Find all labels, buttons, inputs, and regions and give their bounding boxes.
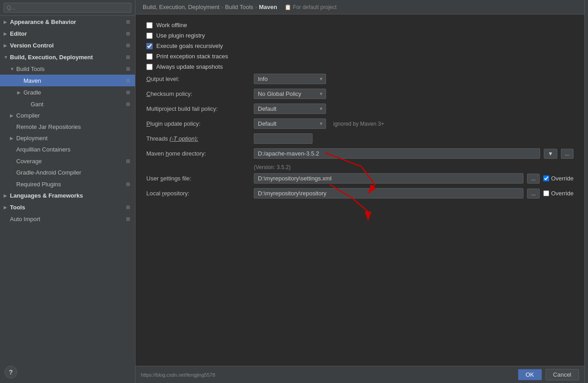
sidebar-item-gradle-android[interactable]: Gradle-Android Compiler [0,167,135,178]
local-repo-input[interactable] [254,188,523,199]
sidebar-item-editor[interactable]: ▶Editor⊞ [0,28,135,39]
content-wrapper: Build, Execution, Deployment › Build Too… [135,0,584,383]
sidebar-item-required-plugins[interactable]: Required Plugins⊞ [0,178,135,190]
tools-settings-icon: ⊞ [124,203,131,211]
settings-content: Work offlineUse plugin registryExecute g… [135,14,584,366]
local-repo-override-checkbox[interactable] [543,190,549,196]
sidebar-item-label-gant: Gant [31,101,124,108]
checkbox-label-work-offline: Work offline [156,22,187,28]
auto-import-settings-icon: ⊞ [124,215,131,222]
compiler-arrow-icon: ▶ [10,113,16,118]
output-level-select[interactable]: InfoDebugWarningError [254,74,326,84]
checkbox-use-plugin-registry[interactable] [146,33,153,39]
user-settings-override-checkbox[interactable] [543,175,549,181]
sidebar-item-gradle[interactable]: ▶Gradle⊞ [0,86,135,98]
sidebar-item-arquillian[interactable]: Arquillian Containers [0,144,135,155]
checkbox-label-execute-goals: Execute goals recursively [156,43,223,49]
sidebar-item-deployment[interactable]: ▶Deployment [0,132,135,144]
sidebar-item-auto-import[interactable]: Auto Import⊞ [0,213,135,225]
gant-settings-icon: ⊞ [124,100,131,108]
breadcrumb: Build, Execution, Deployment › Build Too… [135,0,584,14]
checkbox-row-execute-goals: Execute goals recursively [146,43,574,49]
content-area: Build, Execution, Deployment › Build Too… [135,0,584,366]
plugin-update-policy-row: Plugin update policy: DefaultAlwaysNever… [146,118,574,129]
user-settings-override-row: Override [543,175,574,182]
maven-home-browse-btn[interactable]: ... [561,149,574,159]
sidebar-item-label-compiler: Compiler [16,112,131,119]
sidebar-item-build-exec-deploy[interactable]: ▼Build, Execution, Deployment⊞ [0,51,135,63]
breadcrumb-sep1: › [221,4,223,10]
local-repo-browse-btn[interactable]: ... [527,189,540,199]
deployment-arrow-icon: ▶ [10,136,16,141]
sidebar-item-label-tools: Tools [10,204,124,211]
multiproject-policy-select[interactable]: DefaultAt EndNeverAlways [254,104,326,114]
bottom-bar: https://blog.csdn.net/fengjing5578 OK Ca… [135,366,584,383]
sidebar-item-label-editor: Editor [10,30,124,37]
breadcrumb-sep2: › [255,4,257,10]
user-settings-browse-btn[interactable]: ... [527,174,540,184]
bottom-url: https://blog.csdn.net/fengjing5578 [141,372,514,378]
user-settings-input[interactable] [254,173,523,184]
multiproject-policy-label: Multiproject build fail policy: [146,105,250,112]
sidebar-item-languages[interactable]: ▶Languages & Frameworks [0,190,135,201]
maven-home-dropdown-btn[interactable]: ▼ [544,149,557,159]
sidebar-item-remote-jar[interactable]: Remote Jar Repositories [0,121,135,132]
sidebar-item-compiler[interactable]: ▶Compiler [0,110,135,121]
sidebar-item-coverage[interactable]: Coverage⊞ [0,155,135,167]
search-input[interactable] [4,3,131,13]
cancel-button[interactable]: Cancel [546,369,579,380]
sidebar-item-label-build-tools: Build Tools [16,66,124,72]
checksum-policy-select-wrapper: No Global PolicyFailWarnIgnore ▼ [254,89,326,99]
sidebar-item-tools[interactable]: ▶Tools⊞ [0,201,135,213]
checkbox-row-use-plugin-registry: Use plugin registry [146,32,574,39]
plugin-update-label: Plugin update policy: [146,120,250,127]
sidebar-item-label-maven: Maven [23,77,124,84]
build-exec-deploy-arrow-icon: ▼ [4,55,10,60]
sidebar-item-gant[interactable]: Gant⊞ [0,98,135,110]
coverage-settings-icon: ⊞ [124,157,131,165]
breadcrumb-for-default: 📋 For default project [285,4,337,10]
local-repo-override-label: Override [551,190,574,197]
threads-input[interactable] [254,133,313,144]
checkbox-execute-goals[interactable] [146,43,153,49]
editor-arrow-icon: ▶ [4,31,10,36]
threads-label: Threads (-T option): [146,135,250,142]
sidebar-item-label-required-plugins: Required Plugins [16,181,124,188]
checkbox-always-update[interactable] [146,64,153,70]
local-repo-override-row: Override [543,190,574,197]
gradle-arrow-icon: ▶ [17,90,23,95]
sidebar-item-label-gradle: Gradle [23,89,124,96]
plugin-update-select[interactable]: DefaultAlwaysNeverInterval [254,118,326,129]
appearance-arrow-icon: ▶ [4,19,10,24]
ok-button[interactable]: OK [518,369,542,380]
sidebar-item-build-tools[interactable]: ▼Build Tools⊞ [0,63,135,75]
checkbox-label-always-update: Always update snapshots [156,63,223,70]
sidebar-item-label-appearance: Appearance & Behavior [10,19,124,25]
checkbox-print-exception[interactable] [146,53,153,60]
help-button[interactable]: ? [5,366,17,378]
sidebar-item-maven[interactable]: Maven⊞ [0,75,135,86]
output-level-row: Output level: InfoDebugWarningError ▼ [146,74,574,84]
maven-home-input[interactable] [254,148,540,159]
plugin-update-select-wrapper: DefaultAlwaysNeverInterval ▼ [254,118,326,129]
breadcrumb-current: Maven [259,4,277,10]
sidebar-item-label-build-exec-deploy: Build, Execution, Deployment [10,54,124,61]
maven-settings-icon: ⊞ [124,77,131,84]
build-exec-deploy-settings-icon: ⊞ [124,53,131,61]
sidebar-item-version-control[interactable]: ▶Version Control⊞ [0,39,135,51]
right-scrollbar[interactable] [584,0,588,383]
sidebar-item-appearance[interactable]: ▶Appearance & Behavior⊞ [0,16,135,28]
checksum-policy-select[interactable]: No Global PolicyFailWarnIgnore [254,89,326,99]
maven-home-label: Maven home directory: [146,150,250,157]
threads-row: Threads (-T option): [146,133,574,144]
checkbox-work-offline[interactable] [146,22,153,28]
output-level-label: Output level: [146,76,250,82]
sidebar-item-label-gradle-android: Gradle-Android Compiler [16,169,131,176]
user-settings-override-label: Override [551,175,574,182]
sidebar-item-label-version-control: Version Control [10,42,124,49]
checksum-policy-label: Checksum policy: [146,90,250,97]
build-tools-arrow-icon: ▼ [10,66,16,71]
sidebar-item-label-languages: Languages & Frameworks [10,192,131,199]
gradle-settings-icon: ⊞ [124,89,131,96]
multiproject-policy-select-wrapper: DefaultAt EndNeverAlways ▼ [254,104,326,114]
